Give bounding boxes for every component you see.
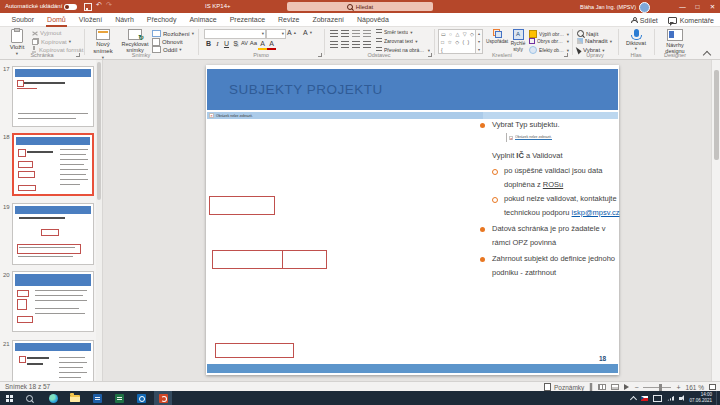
align-right-icon[interactable] bbox=[352, 41, 360, 48]
scrollbar-thumb[interactable] bbox=[714, 70, 719, 160]
align-left-icon[interactable] bbox=[330, 41, 338, 48]
tray-expand-icon[interactable] bbox=[630, 395, 637, 402]
highlight-color-button[interactable]: A bbox=[258, 40, 267, 50]
slide-thumbnail-21[interactable] bbox=[12, 340, 94, 381]
zoom-level[interactable]: 161 % bbox=[686, 384, 704, 391]
zoom-out-button[interactable]: − bbox=[634, 384, 638, 391]
reuse-slides-button[interactable]: Recyklovat snímky bbox=[120, 29, 150, 54]
speaker-icon[interactable] bbox=[679, 397, 682, 400]
numbered-list-icon[interactable] bbox=[341, 30, 349, 37]
annotation-box[interactable] bbox=[212, 250, 283, 269]
search-input[interactable]: Hledat bbox=[287, 2, 433, 11]
font-color-button[interactable]: A bbox=[267, 40, 276, 50]
taskbar-clock[interactable]: 14:00 07.06.2021 bbox=[689, 392, 712, 404]
increase-indent-icon[interactable] bbox=[363, 30, 371, 37]
arrange-button[interactable]: Uspořádat bbox=[486, 29, 508, 45]
zoom-slider-knob[interactable] bbox=[659, 384, 662, 391]
minimize-button[interactable]: — bbox=[675, 0, 690, 13]
underline-button[interactable]: U bbox=[222, 40, 231, 50]
bullet-list-icon[interactable] bbox=[330, 30, 338, 37]
bold-button[interactable]: B bbox=[204, 40, 213, 50]
redo-icon[interactable]: ↷ bbox=[106, 1, 112, 9]
avatar[interactable] bbox=[639, 2, 650, 13]
tab-vlozeni[interactable]: Vložení bbox=[72, 13, 108, 27]
font-name-combo[interactable] bbox=[204, 29, 266, 39]
text-direction-button[interactable]: Směr textu▾ bbox=[376, 29, 430, 35]
taskbar-explorer-button[interactable] bbox=[66, 391, 84, 405]
design-ideas-button[interactable]: Návrhy designu bbox=[658, 29, 692, 55]
tab-napoveda[interactable]: Nápověda bbox=[350, 13, 395, 27]
tab-domu[interactable]: Domů bbox=[41, 13, 73, 27]
reset-button[interactable]: Obnovit bbox=[152, 38, 183, 46]
arrow-up-icon[interactable]: ▴ bbox=[478, 31, 480, 36]
fit-slide-button[interactable] bbox=[709, 384, 716, 390]
slide-thumbnail-18-selected[interactable] bbox=[12, 133, 94, 196]
shape-fill-button[interactable]: Výplň obrazce▾ bbox=[529, 30, 569, 38]
tab-prechody[interactable]: Přechody bbox=[140, 13, 183, 27]
taskbar-search-button[interactable] bbox=[20, 391, 38, 405]
slide-thumbnail-20[interactable] bbox=[12, 271, 94, 332]
arrow-down-icon[interactable]: ▾ bbox=[478, 39, 480, 44]
align-text-button[interactable]: Zarovnat text▾ bbox=[376, 38, 430, 44]
tab-zobrazeni[interactable]: Zobrazení bbox=[306, 13, 351, 27]
tab-soubor[interactable]: Soubor bbox=[5, 13, 41, 27]
taskbar-edge-button[interactable] bbox=[44, 391, 62, 405]
save-icon[interactable] bbox=[84, 3, 92, 11]
text-shadow-button[interactable]: S bbox=[231, 40, 240, 50]
shapes-gallery-scroll[interactable]: ▴ ▾ ▾ bbox=[476, 29, 483, 54]
decrease-indent-icon[interactable] bbox=[352, 30, 360, 37]
slide-sorter-view-button[interactable] bbox=[598, 384, 606, 390]
taskbar-excel-button[interactable] bbox=[110, 391, 128, 405]
start-button[interactable] bbox=[0, 391, 18, 405]
align-center-icon[interactable] bbox=[341, 41, 349, 48]
slide-thumbnail-19[interactable] bbox=[12, 203, 94, 265]
tab-animace[interactable]: Animace bbox=[183, 13, 223, 27]
shrink-font-button[interactable]: A▾ bbox=[303, 29, 312, 36]
taskbar-powerpoint-button[interactable] bbox=[154, 391, 172, 405]
quick-styles-button[interactable]: A Rychlé styly bbox=[509, 29, 527, 52]
annotation-box[interactable] bbox=[282, 250, 327, 269]
display-icon[interactable] bbox=[653, 395, 662, 402]
grow-font-button[interactable]: A▴ bbox=[287, 29, 296, 36]
replace-button[interactable]: Nahradit▾ bbox=[577, 38, 612, 44]
taskbar-outlook-button[interactable] bbox=[132, 391, 150, 405]
char-spacing-button[interactable]: AV bbox=[240, 40, 249, 50]
scrollbar-thumb[interactable] bbox=[97, 62, 101, 200]
close-button[interactable]: ✕ bbox=[705, 0, 720, 13]
slideshow-button[interactable] bbox=[624, 384, 629, 390]
show-desktop-button[interactable] bbox=[716, 391, 720, 405]
dialog-launcher-icon[interactable] bbox=[318, 53, 322, 57]
shape-outline-button[interactable]: Obrys obrazce▾ bbox=[529, 38, 569, 44]
dialog-launcher-icon[interactable] bbox=[428, 53, 432, 57]
change-case-button[interactable]: Aa bbox=[249, 40, 258, 50]
tab-prezentace[interactable]: Prezentace bbox=[223, 13, 271, 27]
dictate-button[interactable]: Diktovat▾ bbox=[622, 29, 650, 51]
autosave-toggle[interactable] bbox=[64, 4, 77, 10]
notes-button[interactable]: Poznámky bbox=[544, 383, 584, 391]
zoom-slider[interactable] bbox=[643, 387, 671, 388]
share-button[interactable]: Sdílet bbox=[631, 17, 658, 24]
network-icon[interactable] bbox=[667, 396, 674, 401]
dialog-launcher-icon[interactable] bbox=[76, 53, 80, 57]
email-link[interactable]: iskp@mpsv.cz bbox=[572, 208, 620, 217]
main-scrollbar[interactable] bbox=[711, 60, 720, 381]
annotation-box[interactable] bbox=[215, 343, 294, 358]
annotation-box[interactable] bbox=[209, 196, 275, 215]
copy-button[interactable]: Kopírovat▾ bbox=[32, 38, 71, 45]
taskbar-word-button[interactable] bbox=[88, 391, 106, 405]
slide-thumbnail-17[interactable] bbox=[12, 66, 94, 127]
czech-flag-icon[interactable] bbox=[641, 396, 648, 401]
thumbnail-scrollbar[interactable] bbox=[96, 60, 102, 381]
slide-canvas[interactable]: SUBJEKTY PROJEKTU ✕ Obrázek nelze zobraz… bbox=[206, 65, 619, 375]
cut-button[interactable]: Vyjmout bbox=[32, 30, 61, 36]
collapse-ribbon-icon[interactable] bbox=[703, 51, 711, 59]
slide-text-column[interactable]: Vybrat Typ subjektu. ✕ Obrázek nelze zob… bbox=[478, 118, 620, 280]
dialog-launcher-icon[interactable] bbox=[564, 53, 568, 57]
reading-view-button[interactable] bbox=[611, 384, 619, 390]
layout-button[interactable]: Rozložení▾ bbox=[152, 30, 194, 37]
maximize-button[interactable]: □ bbox=[690, 0, 705, 13]
comments-button[interactable]: Komentáře bbox=[668, 17, 714, 24]
shapes-gallery[interactable]: ▭ ○ △ ▽ ◇ □ ☆ ◇ ( ) { ↔ ○ △ ▭ ☆ bbox=[438, 29, 476, 54]
italic-button[interactable]: I bbox=[213, 40, 222, 50]
slide-title-banner[interactable]: SUBJEKTY PROJEKTU bbox=[207, 69, 618, 110]
